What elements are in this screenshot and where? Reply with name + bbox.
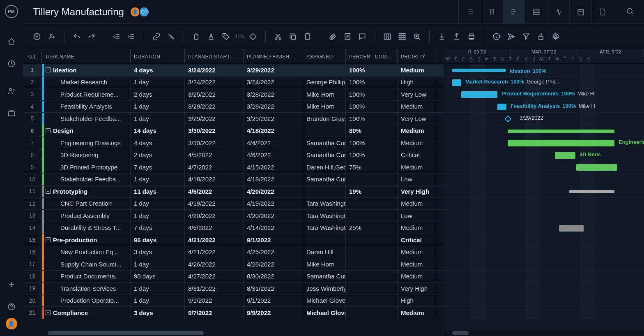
add-person-icon[interactable] <box>46 31 58 42</box>
task-row[interactable]: 11−Prototyping11 days4/6/20224/20/202219… <box>23 185 444 198</box>
col-start[interactable]: PLANNED START... <box>185 49 244 64</box>
task-row[interactable]: 19Translation Services1 day8/31/20228/31… <box>23 283 444 295</box>
export-icon[interactable] <box>451 31 462 42</box>
avatar-2[interactable]: GP <box>139 7 150 17</box>
plus-icon[interactable] <box>7 280 16 289</box>
svg-rect-18 <box>469 35 474 38</box>
view-sheet-icon[interactable] <box>525 0 547 24</box>
task-row[interactable]: 4Feasibility Analysis1 day3/29/20223/29/… <box>23 101 444 113</box>
task-row[interactable]: 12CNC Part Creation1 day4/19/20224/19/20… <box>23 198 444 210</box>
notes-icon[interactable] <box>342 31 353 42</box>
task-row[interactable]: 16New Production Eq...3 days4/21/20224/2… <box>23 246 444 259</box>
print-icon[interactable] <box>466 31 477 42</box>
gantt-chart[interactable]: R, 20 '22MAR, 27 '22APR, 3 '22 WTFSSMTWT… <box>444 49 644 336</box>
grid-header: ALL TASK NAME DURATION PLANNED START... … <box>23 49 444 64</box>
svg-rect-15 <box>384 34 390 39</box>
task-row[interactable]: 1−Ideation4 days3/24/20223/29/2022100%Me… <box>23 64 444 76</box>
toolbar-123-label: 123 <box>235 33 244 39</box>
clock-icon[interactable] <box>7 59 16 68</box>
svg-rect-12 <box>291 35 295 39</box>
task-row[interactable]: 10Stakeholder Feedba...1 day4/18/20224/1… <box>23 174 444 186</box>
svg-rect-5 <box>578 9 583 15</box>
people-icon[interactable] <box>7 86 16 95</box>
zoom-icon[interactable] <box>411 31 423 42</box>
cut-icon[interactable] <box>272 31 284 42</box>
view-file-icon[interactable] <box>591 0 614 24</box>
app-logo[interactable]: PM <box>5 5 18 18</box>
col-percent[interactable]: PERCENT COM... <box>346 49 398 64</box>
lock-icon[interactable] <box>535 31 547 42</box>
outdent-icon[interactable] <box>111 31 122 42</box>
svg-rect-16 <box>399 33 405 39</box>
project-title: Tillery Manufacturing <box>33 6 124 18</box>
link-icon[interactable] <box>151 31 162 42</box>
task-row[interactable]: 18Product Documenta...90 days4/27/20228/… <box>23 271 444 283</box>
view-activity-icon[interactable] <box>547 0 569 24</box>
col-priority[interactable]: PRIORITY <box>398 49 435 64</box>
attachment-icon[interactable] <box>327 31 338 42</box>
text-color-icon[interactable] <box>205 31 217 42</box>
svg-rect-20 <box>539 36 543 39</box>
task-row[interactable]: 21−Compliance3 days9/7/20229/9/2022Micha… <box>23 307 444 319</box>
collapse-toggle[interactable]: − <box>46 310 51 315</box>
view-list-icon[interactable] <box>458 0 481 24</box>
task-row[interactable]: 93D Printed Prototype7 days4/7/20224/15/… <box>23 161 444 174</box>
tag-icon[interactable] <box>220 31 232 42</box>
collapse-toggle[interactable]: − <box>46 67 51 72</box>
task-row[interactable]: 83D Rendering2 days4/5/20224/6/2022Saman… <box>23 149 444 162</box>
col-all[interactable]: ALL <box>23 49 42 64</box>
svg-rect-13 <box>306 34 310 39</box>
settings-icon[interactable] <box>550 31 561 42</box>
add-task-icon[interactable] <box>31 31 43 42</box>
svg-rect-4 <box>534 9 539 14</box>
copy-icon[interactable] <box>287 31 299 42</box>
collapse-toggle[interactable]: − <box>46 128 51 133</box>
user-avatar[interactable]: 👤 <box>6 318 17 329</box>
toolbar: 123 <box>23 24 644 49</box>
clipboard-icon[interactable] <box>302 31 313 42</box>
task-row[interactable]: 13Product Assembly1 day4/20/20224/20/202… <box>23 210 444 222</box>
task-row[interactable]: 6−Design14 days3/30/20224/18/202280%Medi… <box>23 125 444 137</box>
unlink-icon[interactable] <box>166 31 177 42</box>
col-name[interactable]: TASK NAME <box>42 49 131 64</box>
indent-icon[interactable] <box>126 31 137 42</box>
svg-point-1 <box>9 88 12 90</box>
col-end[interactable]: PLANNED FINISH ... <box>244 49 303 64</box>
task-row[interactable]: 14Durability & Stress T...7 days4/6/2022… <box>23 222 444 234</box>
task-grid: ALL TASK NAME DURATION PLANNED START... … <box>23 49 444 336</box>
shared-avatars[interactable]: 👤 GP <box>131 7 150 17</box>
task-row[interactable]: 3Product Requireme...2 days3/25/20223/28… <box>23 88 444 101</box>
search-icon[interactable] <box>626 7 634 16</box>
task-row[interactable]: 20Production Operato...1 day9/1/20229/1/… <box>23 295 444 307</box>
grid-icon[interactable] <box>396 31 408 42</box>
trash-icon[interactable] <box>191 31 202 42</box>
grid-scrollbar[interactable] <box>23 330 444 336</box>
task-row[interactable]: 17Supply Chain Sourci...1 day4/26/20224/… <box>23 258 444 271</box>
svg-point-8 <box>50 34 52 36</box>
view-gantt-icon[interactable] <box>503 0 525 24</box>
import-icon[interactable] <box>436 31 448 42</box>
help-icon[interactable] <box>7 302 16 311</box>
home-icon[interactable] <box>7 37 16 46</box>
briefcase-icon[interactable] <box>7 109 16 118</box>
undo-icon[interactable] <box>71 31 83 42</box>
view-board-icon[interactable] <box>481 0 503 24</box>
view-calendar-icon[interactable] <box>569 0 591 24</box>
diamond-icon[interactable] <box>247 31 259 42</box>
task-row[interactable]: 5Stakeholder Feedba...1 day3/29/20223/29… <box>23 113 444 125</box>
col-assigned[interactable]: ASSIGNED <box>303 49 346 64</box>
task-row[interactable]: 15−Pre-production96 days4/21/20229/1/202… <box>23 234 444 246</box>
info-icon[interactable] <box>491 31 502 42</box>
filter-icon[interactable] <box>520 31 532 42</box>
columns-icon[interactable] <box>382 31 393 42</box>
redo-icon[interactable] <box>86 31 97 42</box>
header: Tillery Manufacturing 👤 GP <box>23 0 644 24</box>
send-icon[interactable] <box>506 31 517 42</box>
collapse-toggle[interactable]: − <box>46 189 51 194</box>
task-row[interactable]: 7Engineering Drawings4 days3/30/20224/4/… <box>23 137 444 149</box>
task-row[interactable]: 2Market Research1 day3/24/20223/24/2022G… <box>23 76 444 89</box>
col-duration[interactable]: DURATION <box>131 49 185 64</box>
collapse-toggle[interactable]: − <box>46 237 51 242</box>
gantt-scrollbar[interactable] <box>444 330 644 336</box>
comment-icon[interactable] <box>356 31 368 42</box>
